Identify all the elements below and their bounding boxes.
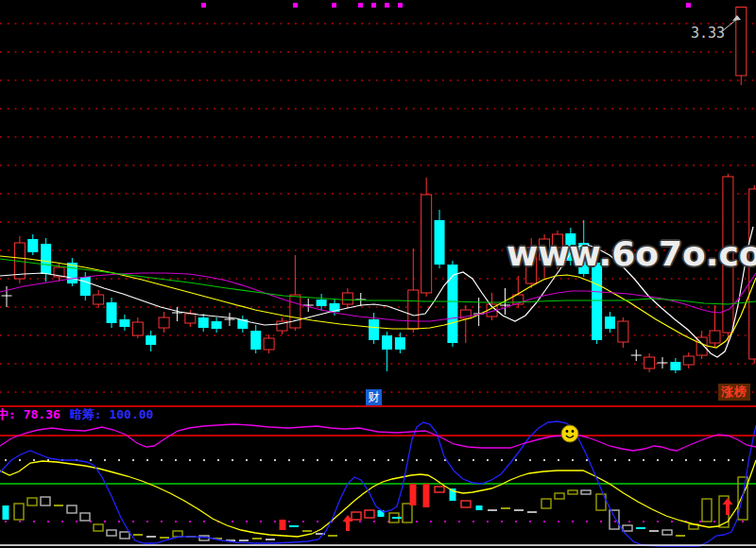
candle-down <box>670 362 680 370</box>
indicator-mini-box <box>173 531 182 537</box>
candle-down <box>605 317 615 329</box>
indicator-mini-box <box>352 512 361 520</box>
chart-canvas[interactable] <box>0 0 756 548</box>
event-marker <box>332 3 336 8</box>
indicator-mini-box <box>80 513 90 521</box>
watermark: www.6o7o.com <box>507 234 756 273</box>
indicator-mini-box <box>403 504 412 522</box>
buy-arrow-icon <box>723 498 733 515</box>
event-marker <box>201 3 206 8</box>
indicator-mini-box <box>555 493 564 499</box>
candle-up <box>683 356 694 365</box>
indicator-mini-box <box>568 490 577 494</box>
indicator-mini-box <box>461 501 471 507</box>
candle-up <box>94 295 104 304</box>
indicator-value-right: 暗筹: 100.00 <box>70 407 154 421</box>
candle-up <box>264 338 274 350</box>
indicator-mini-box <box>541 499 551 508</box>
candle-up <box>618 321 628 342</box>
indicator-header: 中: 78.36暗筹: 100.00 <box>0 406 153 423</box>
indicator-mini-box <box>94 524 103 531</box>
smiley-eye <box>572 430 575 433</box>
candle-down <box>212 321 222 329</box>
event-marker <box>686 3 691 8</box>
indicator-mini-box <box>67 505 77 513</box>
indicator-value-left: 中: 78.36 <box>0 407 60 421</box>
candle-down <box>317 300 327 306</box>
candle-down <box>107 302 117 323</box>
candle-down <box>382 335 392 350</box>
candle-down <box>250 331 261 350</box>
candle-down <box>592 263 602 340</box>
indicator-mini-candle <box>423 484 430 507</box>
event-marker <box>358 3 363 8</box>
ind-magenta <box>0 424 756 451</box>
smiley-icon <box>561 425 578 442</box>
indicator-mini-candle <box>3 505 9 520</box>
event-marker <box>293 3 298 8</box>
candle-down <box>198 317 209 328</box>
candle-down <box>146 335 156 345</box>
candle-down <box>119 319 129 327</box>
candle-up <box>421 195 432 293</box>
candle-down <box>369 319 379 340</box>
indicator-mini-box <box>435 487 444 492</box>
indicator-mini-candle <box>476 505 483 510</box>
smiley-eye <box>566 430 569 433</box>
label-zhangbang-tag[interactable]: 涨榜 <box>718 384 750 401</box>
indicator-mini-box <box>27 498 37 505</box>
indicator-mini-box <box>14 504 24 520</box>
candle-up <box>132 322 143 335</box>
candle-down <box>41 244 51 274</box>
candle-up <box>342 293 352 304</box>
event-marker <box>371 3 376 8</box>
candle-up <box>159 317 169 328</box>
ind-yellow <box>0 460 756 537</box>
indicator-mini-box <box>120 532 129 539</box>
stock-chart-app: www.6o7o.com 3.33 财 涨榜 中: 78.36暗筹: 100.0… <box>0 0 756 548</box>
candle-down <box>27 239 38 252</box>
indicator-mini-box <box>365 510 374 518</box>
indicator-mini-box <box>41 497 50 505</box>
label-cai-tag[interactable]: 财 <box>366 389 382 405</box>
event-marker <box>385 3 389 8</box>
candle-up <box>644 357 655 368</box>
indicator-mini-box <box>702 499 712 522</box>
candle-down <box>395 337 405 350</box>
indicator-mini-box <box>107 530 116 536</box>
indicator-mini-box <box>623 525 632 531</box>
candle-down <box>435 220 445 265</box>
price-callout: 3.33 <box>691 25 725 42</box>
event-marker <box>398 3 403 8</box>
indicator-mini-box <box>610 510 619 529</box>
indicator-mini-candle <box>280 520 286 530</box>
indicator-mini-candle <box>410 484 417 505</box>
indicator-mini-box <box>581 490 591 494</box>
indicator-mini-box <box>662 530 672 535</box>
candle-up <box>710 331 720 343</box>
candle-up <box>408 290 419 329</box>
candle-up <box>185 314 196 323</box>
candle-up <box>290 295 301 328</box>
candle-down <box>80 277 91 296</box>
